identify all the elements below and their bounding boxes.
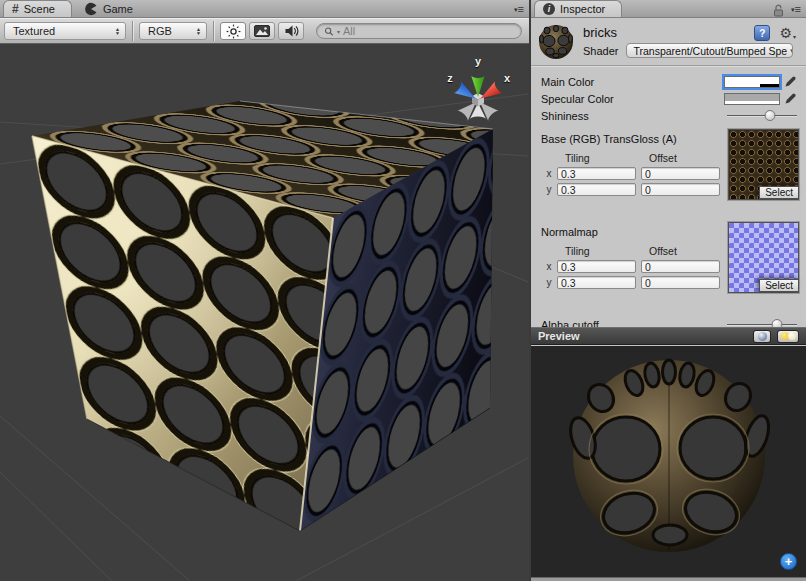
main-color-row: Main Color <box>531 73 806 90</box>
preview-lighting-button[interactable] <box>777 330 799 343</box>
normal-offset-x-input[interactable] <box>641 260 720 273</box>
base-tiling-x-input[interactable] <box>557 167 636 180</box>
info-icon: i <box>543 3 555 15</box>
scene-pane-menu[interactable]: ▾ ≡ <box>514 5 523 14</box>
base-texture-section: Base (RGB) TransGloss (A) Tiling Offset … <box>531 133 806 210</box>
scene-audio-toggle[interactable] <box>278 22 304 40</box>
base-offset-x-input[interactable] <box>641 167 720 180</box>
normalmap-select-button[interactable]: Select <box>759 279 799 292</box>
eyedropper-icon[interactable] <box>784 92 797 105</box>
shininess-label: Shininess <box>541 110 589 122</box>
base-tiling-y-input[interactable] <box>557 183 636 196</box>
preview-zoom-button[interactable]: + <box>780 553 797 570</box>
gizmo-y-label: y <box>475 55 482 67</box>
preview-panel: Preview <box>531 327 806 581</box>
render-mode-dropdown[interactable]: Textured ▲▼ <box>4 22 126 40</box>
shader-value: Transparent/Cutout/Bumped Spe <box>633 45 787 57</box>
lock-icon[interactable] <box>773 4 784 17</box>
specular-color-swatch[interactable] <box>724 93 780 105</box>
gizmo-x-label: x <box>504 72 511 84</box>
tab-scene[interactable]: # Scene <box>3 0 72 17</box>
scene-search-field[interactable]: ▾ <box>316 23 522 39</box>
material-preview-sphere <box>531 346 806 577</box>
eyedropper-icon[interactable] <box>784 75 797 88</box>
toolbar-separator <box>213 21 214 41</box>
game-icon <box>84 2 98 16</box>
y-axis-label: y <box>541 184 557 195</box>
tiling-header: Tiling <box>565 245 649 257</box>
scene-lighting-toggle[interactable] <box>220 22 246 40</box>
slider-track[interactable] <box>727 324 797 326</box>
offset-header: Offset <box>649 152 733 164</box>
scene-toolbar: Textured ▲▼ RGB ▲▼ <box>0 18 529 44</box>
main-color-swatch[interactable] <box>724 76 780 88</box>
pane-menu-lines-icon: ≡ <box>795 5 800 14</box>
tab-game[interactable]: Game <box>72 0 145 17</box>
pane-menu-lines-icon: ≡ <box>518 5 523 14</box>
image-icon <box>254 25 270 37</box>
inspector-tabbar: i Inspector ▾ ≡ <box>531 0 806 18</box>
scene-viewport[interactable]: y x z <box>0 44 529 581</box>
gizmo-z-label: z <box>447 72 453 84</box>
inspector-pane-menu[interactable]: ▾ ≡ <box>791 5 800 14</box>
material-ball-icon <box>537 23 575 61</box>
normal-offset-y-input[interactable] <box>641 276 720 289</box>
search-icon <box>324 26 334 37</box>
bricks-cube-mesh <box>0 84 493 531</box>
specular-color-row: Specular Color <box>531 90 806 107</box>
x-axis-label: x <box>541 261 557 272</box>
scene-panel: # Scene Game ▾ ≡ Textured ▲▼ RGB ▲▼ <box>0 0 529 581</box>
shader-dropdown[interactable]: Transparent/Cutout/Bumped Spe ▾ <box>626 43 793 58</box>
normal-tiling-y-input[interactable] <box>557 276 636 289</box>
updown-arrows-icon: ▲▼ <box>115 27 120 36</box>
scene-grid-icon: # <box>12 2 19 16</box>
tab-game-label: Game <box>103 3 133 15</box>
orientation-gizmo[interactable]: y x z <box>435 50 521 136</box>
render-mode-value: Textured <box>13 25 55 37</box>
search-filter-arrow-icon: ▾ <box>337 28 340 35</box>
sphere-icon <box>758 332 767 341</box>
slider-knob[interactable] <box>764 110 775 121</box>
shader-label: Shader <box>583 45 618 57</box>
main-color-alpha-bar <box>725 84 779 87</box>
tiling-header: Tiling <box>565 152 649 164</box>
preview-viewport[interactable]: + <box>531 346 806 577</box>
offset-header: Offset <box>649 245 733 257</box>
normal-tiling-x-input[interactable] <box>557 260 636 273</box>
shininess-slider[interactable] <box>727 109 797 122</box>
base-texture-select-button[interactable]: Select <box>759 186 799 199</box>
gear-icon[interactable]: ⚙ ▾ <box>779 26 796 40</box>
channel-mode-dropdown[interactable]: RGB ▲▼ <box>139 22 207 40</box>
speaker-icon <box>284 24 299 38</box>
shininess-row: Shininess <box>531 107 806 124</box>
specular-color-label: Specular Color <box>541 93 614 105</box>
preview-title: Preview <box>538 330 580 342</box>
y-axis-label: y <box>541 277 557 288</box>
light-dot-icon <box>788 332 796 340</box>
sun-icon <box>226 24 241 39</box>
window-resize-edge[interactable] <box>531 577 806 581</box>
x-axis-label: x <box>541 168 557 179</box>
preview-header[interactable]: Preview <box>531 327 806 345</box>
tab-scene-label: Scene <box>24 3 55 15</box>
updown-arrows-icon: ▲▼ <box>196 27 201 36</box>
gizmo-axis-y[interactable] <box>471 75 485 97</box>
normalmap-section: Normalmap Tiling Offset x y Select <box>531 226 806 303</box>
dropdown-arrow-icon: ▾ <box>790 47 793 55</box>
search-input[interactable] <box>343 25 514 37</box>
base-offset-y-input[interactable] <box>641 183 720 196</box>
preview-shape-button[interactable] <box>753 330 771 343</box>
specular-color-alpha-bar <box>725 101 779 104</box>
scene-tabbar: # Scene Game ▾ ≡ <box>0 0 529 18</box>
material-header: bricks Shader Transparent/Cutout/Bumped … <box>531 18 806 66</box>
help-icon[interactable]: ? <box>754 25 770 41</box>
inspector-panel: i Inspector ▾ ≡ <box>531 0 806 581</box>
main-color-label: Main Color <box>541 76 594 88</box>
toolbar-separator <box>132 21 133 41</box>
tab-inspector-label: Inspector <box>560 3 605 15</box>
tab-inspector[interactable]: i Inspector <box>534 0 622 17</box>
channel-mode-value: RGB <box>148 25 172 37</box>
slider-track[interactable] <box>727 115 797 117</box>
scene-overlay-toggle[interactable] <box>249 22 275 40</box>
